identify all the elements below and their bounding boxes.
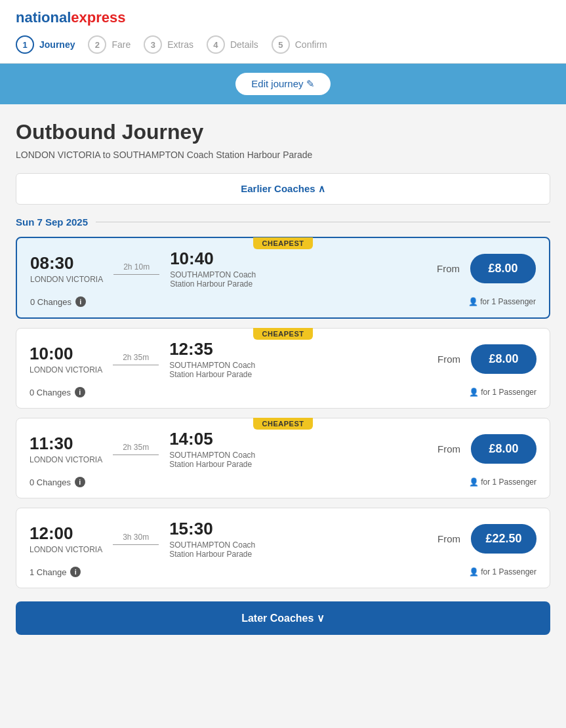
price-button[interactable]: £8.00	[471, 344, 536, 374]
step-label: Confirm	[295, 39, 327, 50]
duration-dash	[113, 274, 159, 275]
depart-block: 08:30 LONDON VICTORIA	[30, 253, 103, 284]
logo-express: express	[71, 9, 125, 26]
step-circle: 1	[16, 35, 34, 54]
step-journey[interactable]: 1 Journey	[16, 35, 75, 54]
card-row: 12:00 LONDON VICTORIA 3h 30m 15:30 SOUTH…	[30, 519, 536, 559]
edit-banner: Edit journey ✎	[0, 64, 566, 104]
passenger-label: 👤 for 1 Passenger	[469, 388, 536, 397]
price-block: From £8.00	[437, 434, 536, 464]
step-circle: 4	[207, 35, 225, 54]
later-coaches-label: Later Coaches ∨	[241, 613, 325, 624]
card-footer: 0 Changes i 👤 for 1 Passenger	[30, 387, 536, 397]
from-label: From	[437, 263, 460, 274]
duration-text: 2h 10m	[123, 262, 150, 272]
arrive-block: 10:40 SOUTHAMPTON Coach Station Harbour …	[170, 249, 275, 289]
arrive-station: SOUTHAMPTON Coach Station Harbour Parade	[169, 451, 274, 469]
card-footer: 1 Change i 👤 for 1 Passenger	[30, 567, 536, 577]
step-label: Journey	[39, 39, 75, 50]
step-circle: 3	[144, 35, 162, 54]
main-content: Outbound Journey LONDON VICTORIA to SOUT…	[0, 104, 566, 651]
arrive-station: SOUTHAMPTON Coach Station Harbour Parade	[169, 361, 274, 379]
passenger-label: 👤 for 1 Passenger	[469, 567, 536, 576]
duration-block: 2h 35m	[113, 443, 159, 455]
step-circle: 2	[88, 35, 106, 54]
departure-info: 12:00 LONDON VICTORIA 3h 30m 15:30 SOUTH…	[30, 519, 437, 559]
date-divider	[96, 222, 550, 222]
price-block: From £22.50	[437, 524, 536, 554]
card-row: 10:00 LONDON VICTORIA 2h 35m 12:35 SOUTH…	[30, 339, 536, 379]
depart-time: 08:30	[30, 253, 103, 273]
duration-dash	[113, 544, 159, 545]
step-confirm[interactable]: 5 Confirm	[272, 35, 327, 54]
step-label: Extras	[167, 39, 193, 50]
arrive-time: 14:05	[169, 429, 274, 449]
earlier-coaches-button[interactable]: Earlier Coaches ∧	[16, 173, 550, 205]
journey-subtitle: LONDON VICTORIA to SOUTHAMPTON Coach Sta…	[16, 150, 550, 160]
arrive-block: 14:05 SOUTHAMPTON Coach Station Harbour …	[169, 429, 274, 469]
from-label: From	[437, 443, 460, 455]
progress-steps: 1 Journey 2 Fare 3 Extras 4 Details 5 Co…	[16, 35, 550, 54]
step-fare[interactable]: 2 Fare	[88, 35, 131, 54]
price-button[interactable]: £8.00	[470, 254, 536, 283]
duration-text: 2h 35m	[123, 353, 149, 362]
passenger-label: 👤 for 1 Passenger	[469, 477, 536, 487]
from-label: From	[437, 354, 460, 365]
departure-info: 08:30 LONDON VICTORIA 2h 10m 10:40 SOUTH…	[30, 249, 437, 289]
info-icon: i	[70, 567, 81, 577]
journey-title: Outbound Journey	[16, 120, 550, 144]
coach-card[interactable]: CHEAPEST 11:30 LONDON VICTORIA 2h 35m 14…	[16, 418, 550, 498]
logo: national express	[16, 9, 550, 26]
depart-station: LONDON VICTORIA	[30, 275, 103, 284]
changes: 0 Changes i	[30, 387, 85, 397]
departure-info: 10:00 LONDON VICTORIA 2h 35m 12:35 SOUTH…	[30, 339, 437, 379]
arrive-block: 12:35 SOUTHAMPTON Coach Station Harbour …	[169, 339, 274, 379]
depart-station: LONDON VICTORIA	[30, 455, 102, 464]
coach-card[interactable]: CHEAPEST 08:30 LONDON VICTORIA 2h 10m 10…	[16, 237, 550, 319]
info-icon: i	[75, 477, 85, 487]
from-label: From	[437, 533, 460, 544]
header: national express 1 Journey 2 Fare 3 Extr…	[0, 0, 566, 64]
duration-block: 2h 10m	[113, 262, 159, 275]
date-header: Sun 7 Sep 2025	[16, 216, 550, 228]
price-button[interactable]: £22.50	[471, 524, 536, 554]
earlier-coaches-label: Earlier Coaches ∧	[241, 183, 325, 194]
step-extras[interactable]: 3 Extras	[144, 35, 193, 54]
step-details[interactable]: 4 Details	[207, 35, 258, 54]
duration-text: 2h 35m	[123, 443, 149, 452]
step-label: Fare	[111, 39, 131, 50]
duration-dash	[113, 455, 159, 455]
duration-block: 3h 30m	[113, 533, 159, 545]
changes: 0 Changes i	[30, 296, 86, 307]
coach-card[interactable]: CHEAPEST 10:00 LONDON VICTORIA 2h 35m 12…	[16, 328, 550, 409]
later-coaches-button[interactable]: Later Coaches ∨	[16, 601, 550, 635]
step-circle: 5	[272, 35, 290, 54]
depart-station: LONDON VICTORIA	[30, 365, 102, 374]
date-label: Sun 7 Sep 2025	[16, 216, 88, 228]
arrive-block: 15:30 SOUTHAMPTON Coach Station Harbour …	[169, 519, 274, 559]
price-button[interactable]: £8.00	[471, 434, 536, 464]
depart-block: 12:00 LONDON VICTORIA	[30, 523, 102, 554]
card-row: 11:30 LONDON VICTORIA 2h 35m 14:05 SOUTH…	[30, 429, 536, 469]
card-row: 08:30 LONDON VICTORIA 2h 10m 10:40 SOUTH…	[30, 249, 536, 289]
changes: 1 Change i	[30, 567, 81, 577]
info-icon: i	[75, 296, 86, 307]
card-footer: 0 Changes i 👤 for 1 Passenger	[30, 477, 536, 487]
depart-station: LONDON VICTORIA	[30, 545, 102, 554]
arrive-time: 10:40	[170, 249, 275, 269]
step-label: Details	[230, 39, 258, 50]
arrive-time: 15:30	[169, 519, 274, 539]
changes: 0 Changes i	[30, 477, 85, 487]
edit-journey-button[interactable]: Edit journey ✎	[235, 73, 330, 95]
coach-card[interactable]: 12:00 LONDON VICTORIA 3h 30m 15:30 SOUTH…	[16, 508, 550, 588]
card-footer: 0 Changes i 👤 for 1 Passenger	[30, 296, 536, 307]
duration-dash	[113, 365, 159, 365]
arrive-time: 12:35	[169, 339, 274, 359]
cheapest-badge: CHEAPEST	[253, 328, 313, 340]
duration-text: 3h 30m	[123, 533, 149, 542]
depart-time: 11:30	[30, 434, 102, 454]
coach-cards-container: CHEAPEST 08:30 LONDON VICTORIA 2h 10m 10…	[16, 237, 550, 588]
depart-block: 10:00 LONDON VICTORIA	[30, 344, 102, 374]
arrive-station: SOUTHAMPTON Coach Station Harbour Parade	[170, 270, 275, 289]
arrive-station: SOUTHAMPTON Coach Station Harbour Parade	[169, 540, 274, 559]
